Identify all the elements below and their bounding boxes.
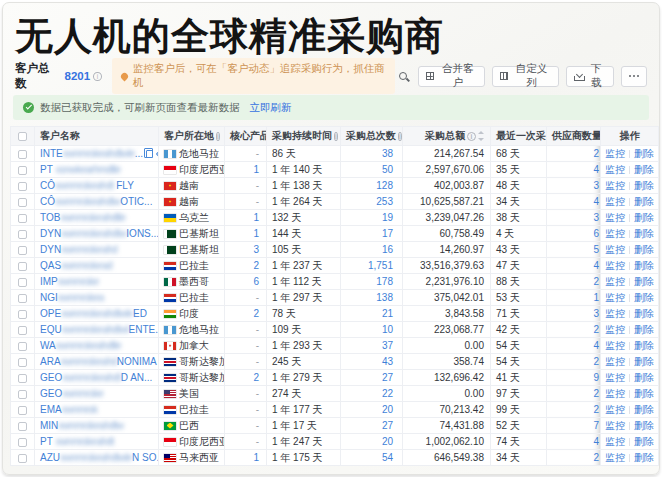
customer-name-link[interactable]: GEOxwnmrske [40,388,103,399]
supplier-count-link[interactable]: 2 [547,402,601,418]
supplier-count-link[interactable]: 1 [547,290,601,306]
supplier-count-link[interactable]: 3 [547,306,601,322]
delete-link[interactable]: 删除 [634,212,654,223]
customer-name-link[interactable]: QASxwnmrskead [40,260,112,271]
monitor-link[interactable]: 监控 [605,196,625,207]
core-products-value[interactable]: - [225,386,267,402]
download-button[interactable]: 下载 [566,66,614,87]
info-icon[interactable]: i [216,132,220,141]
delete-link[interactable]: 删除 [634,324,654,335]
order-count-link[interactable]: 21 [341,306,403,322]
order-count-link[interactable]: 37 [341,338,403,354]
delete-link[interactable]: 删除 [634,308,654,319]
monitor-link[interactable]: 监控 [605,228,625,239]
supplier-count-link[interactable]: 2 [547,274,601,290]
monitor-link[interactable]: 监控 [605,148,625,159]
search-button[interactable] [395,68,411,84]
core-products-value[interactable]: - [225,146,267,162]
core-products-value[interactable]: 1 [225,226,267,242]
info-icon[interactable]: i [93,72,102,81]
supplier-count-link[interactable]: 7 [547,418,601,434]
customize-columns-button[interactable]: 自定义列 [492,66,559,87]
monitor-link[interactable]: 监控 [605,436,625,447]
row-checkbox[interactable] [18,358,27,367]
supplier-count-link[interactable]: 4 [547,258,601,274]
supplier-count-link[interactable]: 5 [547,242,601,258]
order-count-link[interactable]: 22 [341,386,403,402]
row-checkbox[interactable] [18,422,27,431]
supplier-count-link[interactable]: 2 [547,146,601,162]
order-count-link[interactable]: 10 [341,322,403,338]
monitor-link[interactable]: 监控 [605,260,625,271]
delete-link[interactable]: 删除 [634,244,654,255]
customer-name-link[interactable]: PT xwnmrskeahdt [40,436,114,447]
row-checkbox[interactable] [18,182,27,191]
info-icon[interactable]: i [467,132,476,141]
monitor-link[interactable]: 监控 [605,292,625,303]
order-count-link[interactable]: 50 [341,162,403,178]
monitor-link[interactable]: 监控 [605,452,625,463]
customer-name-link[interactable]: IMPxwnmrske [40,276,99,287]
sort-icon[interactable] [478,131,485,141]
row-checkbox[interactable] [18,374,27,383]
core-products-value[interactable]: 1 [225,162,267,178]
delete-link[interactable]: 删除 [634,164,654,175]
delete-link[interactable]: 删除 [634,388,654,399]
customer-name-link[interactable]: AZUxwnmrskeahdtwleN SO... [40,452,159,463]
order-count-link[interactable]: 20 [341,402,403,418]
customer-name-link[interactable]: ARAxwnmrskeahdNONIMA [40,356,157,367]
order-count-link[interactable]: 19 [341,210,403,226]
customer-name-link[interactable]: EQUxwnmrskeahdtwlENTE... [40,324,159,335]
core-products-value[interactable]: 2 [225,258,267,274]
core-products-value[interactable]: - [225,418,267,434]
delete-link[interactable]: 删除 [634,196,654,207]
order-count-link[interactable]: 128 [341,178,403,194]
core-products-value[interactable]: - [225,402,267,418]
row-checkbox[interactable] [18,230,27,239]
core-products-value[interactable]: 1 [225,450,267,466]
customer-name-link[interactable]: PT xsnwkearhmdtle [40,164,121,175]
monitor-link[interactable]: 监控 [605,324,625,335]
customer-name-link[interactable]: DYNxwnmrskeahdtwIONS... [40,228,159,239]
row-checkbox[interactable] [18,342,27,351]
order-count-link[interactable]: 253 [341,194,403,210]
copy-icon[interactable] [146,150,153,158]
monitor-link[interactable]: 监控 [605,356,625,367]
monitor-link[interactable]: 监控 [605,276,625,287]
row-checkbox[interactable] [18,310,27,319]
row-checkbox[interactable] [18,278,27,287]
order-count-link[interactable]: 43 [341,354,403,370]
supplier-count-link[interactable]: 6 [547,226,601,242]
monitor-link[interactable]: 监控 [605,420,625,431]
supplier-count-link[interactable]: 2 [547,450,601,466]
supplier-count-link[interactable]: 4 [547,338,601,354]
order-count-link[interactable]: 38 [341,146,403,162]
select-all-checkbox[interactable] [18,132,27,141]
row-checkbox[interactable] [18,246,27,255]
merge-customers-button[interactable]: 合并客户 [418,66,485,87]
customer-name-link[interactable]: GEOxwnmrskeahdtD AN... [40,372,152,383]
monitor-link[interactable]: 监控 [605,404,625,415]
core-products-value[interactable]: - [225,354,267,370]
order-count-link[interactable]: 27 [341,370,403,386]
row-checkbox[interactable] [18,406,27,415]
customer-name-link[interactable]: EMAxwnmrsk [40,404,98,415]
customer-name-link[interactable]: CÔxwnmrskeahdtwOTIC... [40,196,152,207]
customer-name-link[interactable]: DYNxwnmrskeahd [40,244,117,255]
delete-link[interactable]: 删除 [634,404,654,415]
order-count-link[interactable]: 17 [341,226,403,242]
order-count-link[interactable]: 178 [341,274,403,290]
more-button[interactable] [621,66,647,87]
supplier-count-link[interactable]: 4 [547,434,601,450]
info-icon[interactable]: i [398,132,402,141]
core-products-value[interactable]: 6 [225,274,267,290]
supplier-count-link[interactable]: 3 [547,210,601,226]
row-checkbox[interactable] [18,390,27,399]
monitor-link[interactable]: 监控 [605,388,625,399]
monitor-link[interactable]: 监控 [605,372,625,383]
row-checkbox[interactable] [18,262,27,271]
row-checkbox[interactable] [18,166,27,175]
core-products-value[interactable]: - [225,434,267,450]
row-checkbox[interactable] [18,214,27,223]
order-count-link[interactable]: 27 [341,418,403,434]
